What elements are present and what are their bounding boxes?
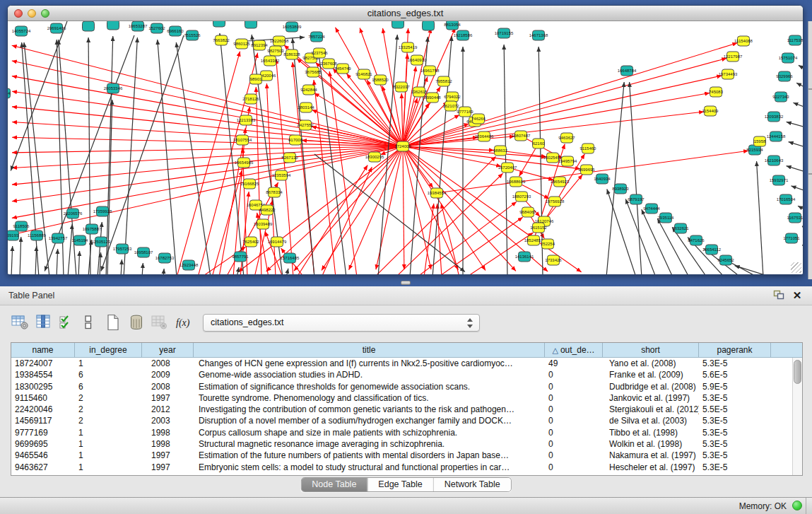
float-panel-icon[interactable] [772, 290, 785, 301]
graph-node-label: 10654112 [702, 247, 722, 252]
window-resize-grip[interactable] [791, 262, 801, 273]
graph-node-label: 12444158 [767, 134, 786, 139]
graph-node-label: 1771051 [783, 236, 800, 240]
table-select-dropdown[interactable]: citations_edges.txt [203, 314, 480, 332]
table-cell: 9465546 [11, 450, 75, 461]
graph-node-label: 2803144 [298, 105, 314, 110]
collapsed-panel-edge[interactable] [808, 21, 812, 279]
graph-node-label: 19495794 [558, 159, 577, 163]
table-cell: 18300295 [11, 381, 75, 392]
graph-node-label: 7515526 [184, 33, 201, 37]
tab-edge-table[interactable]: Edge Table [367, 478, 433, 491]
close-panel-icon[interactable]: ✕ [791, 290, 804, 301]
network-desktop: citations_edges.txt 14055724206914061065… [0, 0, 812, 286]
graph-node-label: 1733426 [545, 258, 562, 262]
table-row[interactable]: 2242004622012Investigating the contribut… [11, 404, 792, 415]
graph-node-label: 16648784 [618, 69, 637, 73]
graph-node[interactable] [423, 21, 435, 30]
network-window[interactable]: citations_edges.txt 14055724206914061065… [7, 5, 804, 274]
graph-node-label: 9245652 [717, 258, 734, 262]
table-row[interactable]: 977716911998Corpus callosum shape and si… [11, 427, 792, 438]
graph-node-label: 1621072 [442, 104, 459, 108]
graph-node-label: 1724009 [394, 144, 411, 148]
graph-node-label: 8912394 [251, 43, 268, 47]
memory-status-indicator[interactable] [792, 501, 802, 510]
graph-node-label: 10653287 [129, 24, 148, 28]
graph-node-label: 988632 [493, 148, 508, 153]
graph-node[interactable] [107, 21, 119, 30]
graph-edge [12, 146, 403, 185]
table-row[interactable]: 946362711997Embryonic stem cells: a mode… [11, 462, 792, 473]
graph-node-label: 12353594 [272, 173, 291, 177]
table-row[interactable]: 1456911722003Disruption of a novel membe… [11, 415, 792, 426]
table-cell: 1 [75, 427, 142, 438]
table-cell: 9777169 [11, 427, 75, 438]
table-cell: Wolkin et al. (1998) [603, 438, 699, 450]
tab-network-table[interactable]: Network Table [433, 478, 511, 491]
table-scrollbar-thumb[interactable] [794, 360, 801, 384]
column-header-year[interactable]: year [142, 343, 194, 357]
graph-edge [417, 201, 517, 274]
column-header-name[interactable]: name [11, 343, 75, 357]
show-column-icon[interactable] [34, 313, 55, 333]
row-merge-icon[interactable] [78, 313, 99, 333]
citation-network-graph[interactable]: 1405572420691406106532871527602696616075… [8, 21, 803, 274]
graph-edge [792, 186, 803, 191]
graph-node-label: 7632621 [672, 226, 689, 230]
graph-node[interactable] [245, 21, 257, 28]
graph-node-label: 1362615 [411, 90, 428, 94]
table-cell: 5.3E-5 [699, 427, 771, 438]
table-cell: 22420046 [11, 404, 75, 415]
tab-node-table[interactable]: Node Table [301, 478, 367, 491]
new-table-icon[interactable] [102, 313, 124, 333]
column-header-short[interactable]: short [603, 343, 699, 357]
graph-node-label: 8678334 [266, 190, 283, 194]
graph-node-label: 1237546 [311, 51, 328, 55]
function-builder-icon[interactable]: f(x) [174, 313, 195, 333]
delete-table-icon[interactable] [126, 313, 147, 333]
table-cell: 0 [545, 450, 603, 461]
graph-node-label: 417008 [288, 138, 303, 142]
delete-column-icon[interactable] [149, 313, 170, 333]
graph-edge [12, 91, 403, 146]
graph-node-label: 9146821 [355, 72, 372, 76]
graph-edge [57, 249, 58, 274]
graph-edge [11, 246, 13, 274]
graph-node-label: 1117538 [787, 38, 803, 42]
graph-node-label: 16720407 [498, 165, 517, 170]
graph-node-label: 9827503 [267, 49, 284, 53]
table-row[interactable]: 911546021997Tourette syndrome. Phenomeno… [11, 392, 792, 404]
network-window-titlebar[interactable]: citations_edges.txt [8, 6, 803, 21]
table-row[interactable]: 946554611997Estimation of the future num… [11, 450, 792, 461]
sliver-tick [808, 88, 812, 90]
node-table: namein_degreeyeartitle△out_de…shortpager… [11, 342, 803, 476]
graph-node-label: 9684067 [519, 210, 536, 214]
column-header-pagerank[interactable]: pagerank [699, 343, 771, 357]
graph-node[interactable] [83, 21, 95, 31]
table-row[interactable]: 1830029562008Estimation of significance … [11, 381, 792, 392]
table-settings-icon[interactable] [10, 313, 31, 333]
network-canvas[interactable]: 1405572420691406106532871527602696616075… [8, 21, 803, 274]
graph-node[interactable] [392, 21, 404, 28]
column-header-out_de[interactable]: △out_de… [545, 343, 603, 357]
table-row[interactable]: 1938455462009Genome-wide association stu… [11, 369, 792, 380]
graph-node-label: 6794022 [444, 95, 461, 99]
splitter-handle[interactable] [401, 281, 411, 285]
graph-edge [349, 146, 403, 270]
graph-node[interactable] [213, 21, 225, 27]
table-cell: Nakamura et al. (1997) [603, 450, 699, 461]
table-cell: Genome-wide association studies in ADHD. [194, 369, 545, 380]
table-cell: 2003 [142, 415, 194, 426]
column-header-in_degree[interactable]: in_degree [75, 343, 142, 357]
table-row[interactable]: 1872400712008Changes of HCN gene express… [11, 358, 792, 369]
graph-node-label: 14136141 [515, 255, 534, 259]
table-cell: 2 [75, 404, 142, 415]
table-scrollbar[interactable] [792, 358, 802, 475]
graph-node-label: 2718126 [242, 97, 259, 101]
graph-node-label: 9329966 [776, 74, 793, 78]
table-cell: 0 [545, 392, 603, 404]
select-columns-icon[interactable] [57, 313, 78, 333]
column-header-title[interactable]: title [194, 343, 545, 357]
table-row[interactable]: 969969511998Structural magnetic resonanc… [11, 438, 792, 450]
table-toolbar: f(x) citations_edges.txt [0, 312, 812, 336]
